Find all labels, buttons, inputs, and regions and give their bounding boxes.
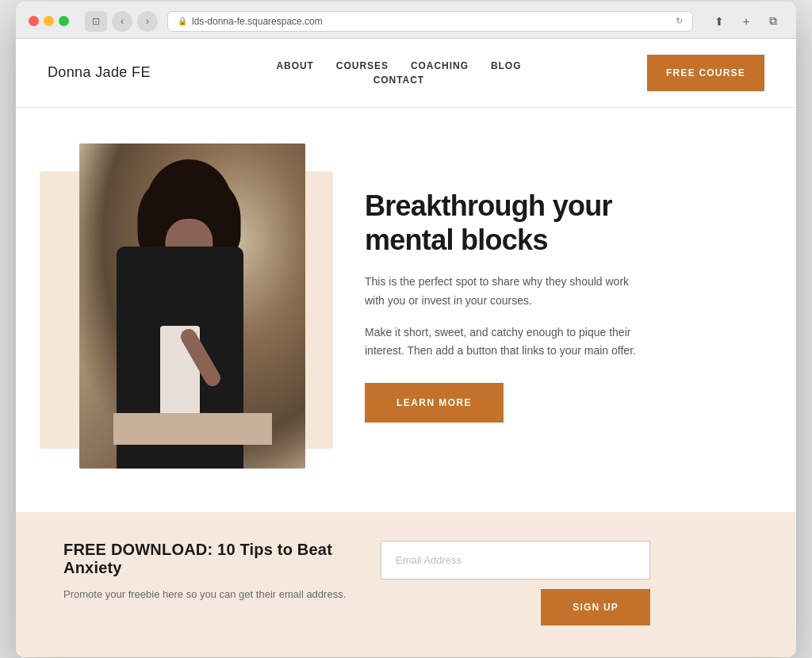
hero-section: Breakthrough your mental blocks This is … bbox=[16, 108, 796, 512]
free-course-button[interactable]: FREE COURSE bbox=[647, 55, 764, 91]
dot-red[interactable] bbox=[29, 16, 39, 26]
dot-yellow[interactable] bbox=[44, 16, 54, 26]
site-header: Donna Jade FE ABOUT COURSES COACHING BLO… bbox=[16, 39, 796, 108]
download-description: Promote your freebie here so you can get… bbox=[63, 587, 349, 603]
url-text: lds-donna-fe.squarespace.com bbox=[192, 16, 323, 27]
reload-icon[interactable]: ↻ bbox=[676, 16, 683, 26]
browser-nav: ⊡ ‹ › bbox=[85, 11, 158, 32]
hero-description-1: This is the perfect spot to share why th… bbox=[365, 273, 642, 311]
back-button[interactable]: ‹ bbox=[112, 11, 132, 32]
share-button[interactable]: ⬆ bbox=[709, 11, 730, 32]
nav-courses[interactable]: COURSES bbox=[336, 60, 389, 71]
download-text: FREE DOWNLOAD: 10 Tips to Beat Anxiety P… bbox=[63, 541, 349, 603]
hero-description-2: Make it short, sweet, and catchy enough … bbox=[365, 323, 642, 362]
window-control-button[interactable]: ⊡ bbox=[85, 11, 107, 32]
email-input[interactable] bbox=[381, 541, 650, 580]
url-bar[interactable]: 🔒 lds-donna-fe.squarespace.com ↻ bbox=[167, 11, 693, 32]
table-surface bbox=[113, 413, 272, 445]
hero-photo bbox=[79, 143, 305, 469]
download-title: FREE DOWNLOAD: 10 Tips to Beat Anxiety bbox=[63, 541, 349, 577]
learn-more-button[interactable]: LEARN MORE bbox=[365, 383, 504, 423]
website: Donna Jade FE ABOUT COURSES COACHING BLO… bbox=[16, 39, 796, 657]
nav-contact[interactable]: CONTACT bbox=[373, 75, 425, 86]
nav-blog[interactable]: BLOG bbox=[491, 60, 522, 71]
tabs-button[interactable]: ⧉ bbox=[763, 11, 783, 32]
browser-actions: ⬆ + ⧉ bbox=[709, 11, 783, 32]
nav-row-2: CONTACT bbox=[373, 75, 425, 86]
dot-green[interactable] bbox=[59, 16, 69, 26]
new-tab-button[interactable]: + bbox=[736, 11, 756, 32]
hero-title: Breakthrough your mental blocks bbox=[365, 189, 642, 257]
lock-icon: 🔒 bbox=[178, 17, 187, 25]
nav-coaching[interactable]: COACHING bbox=[411, 60, 469, 71]
nav-row-1: ABOUT COURSES COACHING BLOG bbox=[276, 60, 521, 71]
hero-text: Breakthrough your mental blocks This is … bbox=[365, 189, 642, 423]
forward-button[interactable]: › bbox=[137, 11, 158, 32]
woman-figure bbox=[113, 167, 272, 469]
browser-dots bbox=[29, 16, 69, 26]
signup-button[interactable]: SIGN UP bbox=[541, 589, 650, 625]
browser-chrome: ⊡ ‹ › 🔒 lds-donna-fe.squarespace.com ↻ ⬆… bbox=[16, 2, 796, 39]
hero-image-container bbox=[63, 140, 317, 472]
nav-about[interactable]: ABOUT bbox=[276, 60, 313, 71]
site-nav: ABOUT COURSES COACHING BLOG CONTACT bbox=[276, 60, 521, 86]
site-logo[interactable]: Donna Jade FE bbox=[48, 64, 151, 81]
browser-window: ⊡ ‹ › 🔒 lds-donna-fe.squarespace.com ↻ ⬆… bbox=[16, 2, 796, 657]
download-section: FREE DOWNLOAD: 10 Tips to Beat Anxiety P… bbox=[16, 512, 796, 657]
download-form: SIGN UP bbox=[381, 541, 650, 625]
